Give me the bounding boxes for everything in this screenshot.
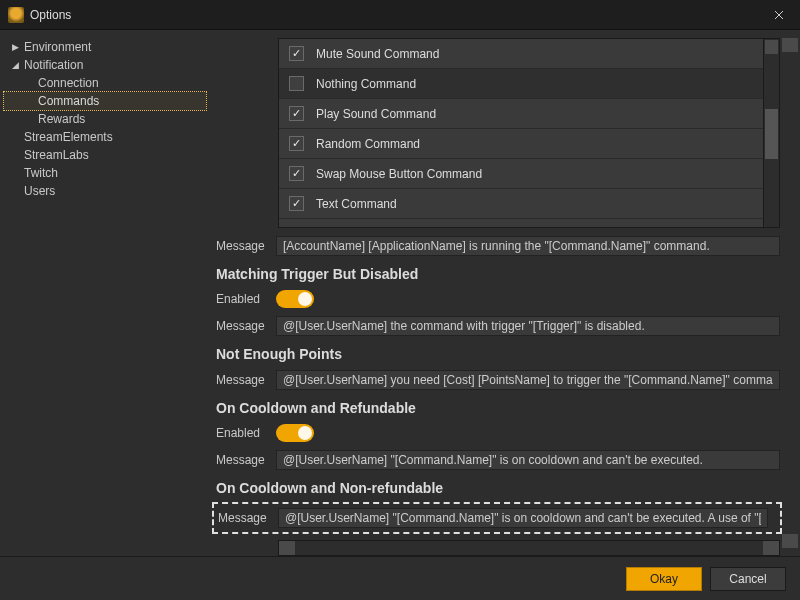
message-label: Message xyxy=(218,511,278,525)
command-label: Swap Mouse Button Command xyxy=(316,167,482,181)
scroll-left-icon[interactable] xyxy=(279,541,295,555)
section-heading-cooldown-nonrefundable: On Cooldown and Non-refundable xyxy=(216,480,788,496)
sidebar-item-notification[interactable]: ◢ Notification xyxy=(4,56,206,74)
sidebar-item-label: Environment xyxy=(24,40,91,54)
message-label: Message xyxy=(216,319,276,333)
command-row[interactable]: Text Command xyxy=(279,189,763,219)
sidebar-item-label: Rewards xyxy=(38,112,85,126)
checkbox-icon[interactable] xyxy=(289,196,304,211)
checkbox-icon[interactable] xyxy=(289,136,304,151)
checkbox-icon[interactable] xyxy=(289,76,304,91)
command-row[interactable]: Swap Mouse Button Command xyxy=(279,159,763,189)
checkbox-icon[interactable] xyxy=(289,106,304,121)
sidebar-item-users[interactable]: Users xyxy=(4,182,206,200)
sidebar-item-label: StreamLabs xyxy=(24,148,89,162)
highlight-callout: Message xyxy=(212,502,782,534)
scroll-right-icon[interactable] xyxy=(763,541,779,555)
checkbox-icon[interactable] xyxy=(289,46,304,61)
enabled-label: Enabled xyxy=(216,292,276,306)
section-heading-cooldown-refundable: On Cooldown and Refundable xyxy=(216,400,788,416)
sidebar-item-label: Users xyxy=(24,184,55,198)
app-icon xyxy=(8,7,24,23)
command-row[interactable]: Play Sound Command xyxy=(279,99,763,129)
enabled-label: Enabled xyxy=(216,426,276,440)
command-label: Text Command xyxy=(316,197,397,211)
chevron-down-icon: ◢ xyxy=(12,60,22,70)
sidebar-item-label: StreamElements xyxy=(24,130,113,144)
sidebar-item-streamelements[interactable]: StreamElements xyxy=(4,128,206,146)
chevron-right-icon: ▶ xyxy=(12,42,22,52)
sidebar-item-rewards[interactable]: Rewards xyxy=(4,110,206,128)
command-label: Mute Sound Command xyxy=(316,47,439,61)
panel-scrollbar[interactable] xyxy=(782,38,798,548)
sidebar-item-label: Connection xyxy=(38,76,99,90)
sidebar-item-twitch[interactable]: Twitch xyxy=(4,164,206,182)
sidebar-item-connection[interactable]: Connection xyxy=(4,74,206,92)
checkbox-icon[interactable] xyxy=(289,166,304,181)
section-heading-not-enough-points: Not Enough Points xyxy=(216,346,788,362)
scroll-up-icon[interactable] xyxy=(782,38,798,52)
horizontal-scrollbar[interactable] xyxy=(278,540,780,556)
command-list-scrollbar[interactable] xyxy=(763,39,779,227)
cooldown-refundable-message-input[interactable] xyxy=(276,450,780,470)
command-label: Play Sound Command xyxy=(316,107,436,121)
sidebar-item-commands[interactable]: Commands xyxy=(4,92,206,110)
sidebar-tree: ▶ Environment ◢ Notification Connection … xyxy=(0,30,210,556)
command-row[interactable]: Mute Sound Command xyxy=(279,39,763,69)
okay-button[interactable]: Okay xyxy=(626,567,702,591)
message-label: Message xyxy=(216,239,276,253)
window-title: Options xyxy=(30,8,758,22)
sidebar-item-label: Twitch xyxy=(24,166,58,180)
command-label: Nothing Command xyxy=(316,77,416,91)
cooldown-refundable-enabled-toggle[interactable] xyxy=(276,424,314,442)
scroll-thumb[interactable] xyxy=(765,109,778,159)
sidebar-item-environment[interactable]: ▶ Environment xyxy=(4,38,206,56)
sidebar-item-label: Notification xyxy=(24,58,83,72)
scroll-up-icon[interactable] xyxy=(765,40,778,54)
command-row[interactable]: Random Command xyxy=(279,129,763,159)
close-button[interactable] xyxy=(758,0,800,30)
sidebar-item-label: Commands xyxy=(38,94,99,108)
not-enough-points-message-input[interactable] xyxy=(276,370,780,390)
close-icon xyxy=(774,10,784,20)
trigger-disabled-message-input[interactable] xyxy=(276,316,780,336)
dialog-footer: Okay Cancel xyxy=(0,556,800,600)
cancel-button[interactable]: Cancel xyxy=(710,567,786,591)
command-label: Random Command xyxy=(316,137,420,151)
message-label: Message xyxy=(216,373,276,387)
titlebar: Options xyxy=(0,0,800,30)
cooldown-nonrefundable-message-input[interactable] xyxy=(278,508,768,528)
scroll-down-icon[interactable] xyxy=(782,534,798,548)
message-label: Message xyxy=(216,453,276,467)
command-list: Mute Sound Command Nothing Command Play … xyxy=(278,38,780,228)
running-message-input[interactable] xyxy=(276,236,780,256)
trigger-disabled-enabled-toggle[interactable] xyxy=(276,290,314,308)
section-heading-trigger-disabled: Matching Trigger But Disabled xyxy=(216,266,788,282)
content-panel: Mute Sound Command Nothing Command Play … xyxy=(210,30,800,556)
command-row[interactable]: Nothing Command xyxy=(279,69,763,99)
sidebar-item-streamlabs[interactable]: StreamLabs xyxy=(4,146,206,164)
